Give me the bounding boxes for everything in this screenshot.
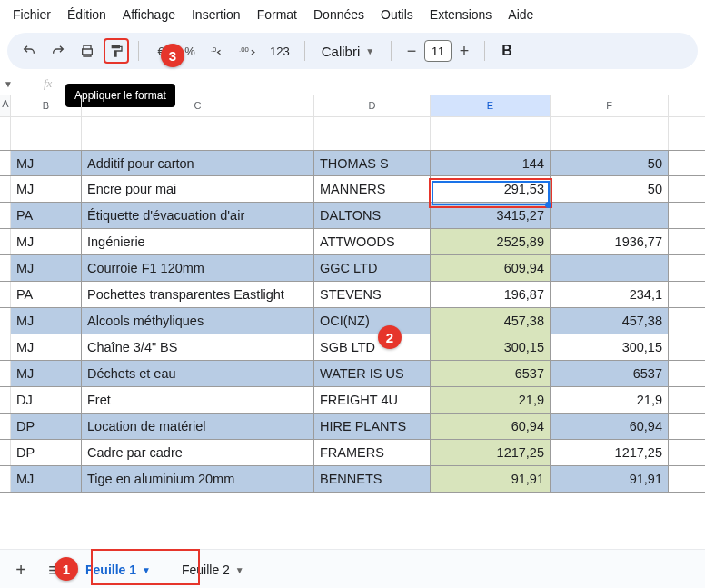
cell-amount-2[interactable]: 6537	[551, 361, 669, 386]
paint-format-button[interactable]	[104, 38, 129, 64]
cell-code[interactable]: MJ	[11, 361, 82, 386]
cell-description[interactable]: Location de matériel	[82, 414, 314, 439]
cell-supplier[interactable]: SGB LTD	[314, 334, 431, 360]
font-size-input[interactable]	[424, 40, 452, 62]
cell-amount-1[interactable]: 300,15	[431, 334, 551, 360]
cell-code[interactable]: PA	[11, 203, 82, 228]
table-row[interactable]: DJFretFREIGHT 4U21,921,9	[0, 387, 705, 414]
cell-supplier[interactable]: MANNERS	[314, 176, 431, 202]
fill-handle[interactable]	[545, 202, 551, 208]
cell-amount-2[interactable]: 300,15	[551, 334, 669, 360]
menu-edit[interactable]: Édition	[67, 7, 106, 22]
name-box-dropdown[interactable]: ▼	[0, 79, 13, 89]
cell-code[interactable]: MJ	[11, 466, 82, 492]
cell-amount-2[interactable]: 1936,77	[551, 229, 669, 254]
cell-amount-2[interactable]	[551, 203, 669, 228]
menu-help[interactable]: Aide	[508, 7, 533, 22]
cell-supplier[interactable]: FRAMERS	[314, 440, 431, 465]
cell-description[interactable]: Étiquette d'évacuation d'air	[82, 203, 314, 228]
cell-amount-2[interactable]: 50	[551, 176, 669, 202]
cell-amount-1[interactable]: 3415,27	[431, 203, 551, 228]
cell-amount-1[interactable]: 60,94	[431, 414, 551, 439]
menu-extensions[interactable]: Extensions	[430, 7, 492, 22]
cell-amount-2[interactable]: 21,9	[551, 387, 669, 413]
cell-description[interactable]: Alcools méthyliques	[82, 308, 314, 334]
table-row[interactable]: MJIngénierieATTWOODS2525,891936,77	[0, 229, 705, 255]
cell-description[interactable]: Cadre par cadre	[82, 440, 314, 465]
cell-amount-1[interactable]: 91,91	[431, 466, 551, 492]
cell-amount-1[interactable]: 6537	[431, 361, 551, 386]
column-header-a[interactable]: A	[0, 98, 11, 109]
cell-amount-2[interactable]: 1217,25	[551, 440, 669, 465]
cell-description[interactable]: Courroie F1 120mm	[82, 255, 314, 281]
table-row[interactable]: MJTige en aluminium 20mmBENNETS91,9191,9…	[0, 466, 705, 493]
cell-description[interactable]: Chaîne 3/4" BS	[82, 334, 314, 360]
cell-amount-2[interactable]: 91,91	[551, 466, 669, 492]
cell-code[interactable]: MJ	[11, 151, 82, 175]
cell-code[interactable]: MJ	[11, 334, 82, 360]
menu-insert[interactable]: Insertion	[192, 7, 241, 22]
cell-supplier[interactable]: FREIGHT 4U	[314, 387, 431, 413]
cell-amount-2[interactable]	[551, 255, 669, 281]
cell-code[interactable]: DP	[11, 414, 82, 439]
cell-description[interactable]: Déchets et eau	[82, 361, 314, 386]
table-row[interactable]: MJChaîne 3/4" BSSGB LTD300,15300,15	[0, 334, 705, 361]
cell-code[interactable]: MJ	[11, 176, 82, 202]
cell-code[interactable]: DJ	[11, 387, 82, 413]
cell-supplier[interactable]: WATER IS US	[314, 361, 431, 386]
menu-file[interactable]: Fichier	[13, 7, 51, 22]
cell-amount-1[interactable]: 196,87	[431, 282, 551, 307]
table-row[interactable]: MJAdditif pour cartonTHOMAS S14450	[0, 150, 705, 176]
table-row[interactable]: PAPochettes transparentes EastlightSTEVE…	[0, 282, 705, 308]
cell-code[interactable]: PA	[11, 282, 82, 307]
cell-supplier[interactable]: THOMAS S	[314, 151, 431, 175]
font-family-select[interactable]: Calibri ▼	[314, 44, 382, 59]
increase-font-size-button[interactable]: +	[453, 40, 475, 62]
cell-amount-1[interactable]: 291,53	[431, 176, 551, 202]
cell-amount-1[interactable]: 144	[431, 151, 551, 175]
cell-code[interactable]: MJ	[11, 255, 82, 281]
cell-description[interactable]: Additif pour carton	[82, 151, 314, 175]
cell-supplier[interactable]: ATTWOODS	[314, 229, 431, 254]
column-header-c[interactable]: C	[82, 95, 314, 116]
table-row[interactable]: DPLocation de matérielHIRE PLANTS60,9460…	[0, 414, 705, 440]
table-row[interactable]: MJEncre pour maiMANNERS291,5350	[0, 176, 705, 203]
print-button[interactable]	[74, 38, 100, 64]
cell-supplier[interactable]: OCI(NZ)	[314, 308, 431, 334]
cell-description[interactable]: Ingénierie	[82, 229, 314, 254]
spreadsheet-grid[interactable]: B C D E F A MJAdditif pour cartonTHOMAS …	[0, 95, 705, 493]
column-header-b[interactable]: B	[11, 95, 82, 116]
menu-tools[interactable]: Outils	[381, 7, 413, 22]
cell-description[interactable]: Tige en aluminium 20mm	[82, 466, 314, 492]
column-header-d[interactable]: D	[314, 95, 431, 116]
decrease-decimal-button[interactable]: .0	[206, 38, 232, 64]
table-row[interactable]: DPCadre par cadreFRAMERS1217,251217,25	[0, 440, 705, 466]
cell-description[interactable]: Pochettes transparentes Eastlight	[82, 282, 314, 307]
menu-view[interactable]: Affichage	[123, 7, 175, 22]
cell-code[interactable]: DP	[11, 440, 82, 465]
menu-data[interactable]: Données	[313, 7, 364, 22]
table-row[interactable]: MJDéchets et eauWATER IS US65376537	[0, 361, 705, 387]
undo-button[interactable]	[16, 38, 42, 64]
cell-amount-1[interactable]: 1217,25	[431, 440, 551, 465]
cell-amount-1[interactable]: 609,94	[431, 255, 551, 281]
cell-amount-2[interactable]: 234,1	[551, 282, 669, 307]
cell-amount-1[interactable]: 2525,89	[431, 229, 551, 254]
cell-code[interactable]: MJ	[11, 229, 82, 254]
menu-format[interactable]: Format	[257, 7, 297, 22]
redo-button[interactable]	[45, 38, 71, 64]
cell-amount-2[interactable]: 50	[551, 151, 669, 175]
decrease-font-size-button[interactable]: −	[401, 40, 422, 62]
cell-supplier[interactable]: BENNETS	[314, 466, 431, 492]
cell-amount-2[interactable]: 457,38	[551, 308, 669, 334]
table-row[interactable]: PAÉtiquette d'évacuation d'airDALTONS341…	[0, 203, 705, 229]
cell-supplier[interactable]: DALTONS	[314, 203, 431, 228]
cell-amount-1[interactable]: 21,9	[431, 387, 551, 413]
cell-supplier[interactable]: HIRE PLANTS	[314, 414, 431, 439]
bold-button[interactable]: B	[494, 43, 520, 59]
cell-amount-1[interactable]: 457,38	[431, 308, 551, 334]
cell-description[interactable]: Fret	[82, 387, 314, 413]
column-header-e[interactable]: E	[431, 95, 551, 116]
cell-supplier[interactable]: GGC LTD	[314, 255, 431, 281]
column-header-f[interactable]: F	[551, 95, 669, 116]
